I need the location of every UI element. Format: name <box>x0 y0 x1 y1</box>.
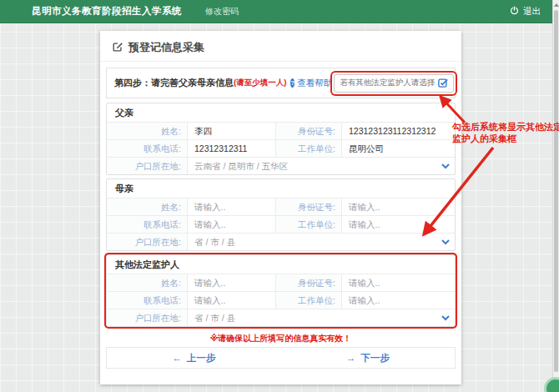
father-address-label: 户口所在地: <box>107 158 188 174</box>
floating-widget-button[interactable] <box>544 377 559 392</box>
guardian-address-select[interactable]: 省 / 市 / 县 <box>188 309 436 326</box>
annotation-tip-text: 勾选后系统将显示其他法定监护人的采集框 <box>452 121 559 144</box>
father-phone-input[interactable]: 12312312311 <box>188 140 276 157</box>
validity-warning: ※请确保以上所填写的信息真实有效！ <box>106 333 456 344</box>
next-step-label: 下一步 <box>360 353 390 363</box>
guardian-address-row: 户口所在地: 省 / 市 / 县 <box>107 309 455 326</box>
father-address-row: 户口所在地: 云南省 / 昆明市 / 五华区 <box>107 157 455 174</box>
guardian-row-2: 联系电话: 请输入.. 工作单位: 请输入.. <box>107 291 455 309</box>
father-section: 父亲 姓名: 李四 身份证号: 123123123112312312 联系电话:… <box>106 103 456 175</box>
mother-work-input[interactable]: 请输入.. <box>342 216 455 233</box>
scrollbar-track[interactable] <box>552 0 559 392</box>
father-id-label: 身份证号: <box>276 123 342 139</box>
guardian-phone-input[interactable]: 请输入.. <box>188 292 276 309</box>
next-step-button[interactable]: →下一步 <box>281 352 456 364</box>
card-title-row: 预登记信息采集 <box>100 31 461 62</box>
father-id-input[interactable]: 123123123112312312 <box>342 123 455 139</box>
guardian-id-label: 身份证号: <box>276 274 342 291</box>
father-name-input[interactable]: 李四 <box>188 123 276 139</box>
other-guardian-section-title: 其他法定监护人 <box>107 255 455 274</box>
view-help-link[interactable]: 查看帮助 <box>297 78 332 89</box>
guardian-work-input[interactable]: 请输入.. <box>342 292 455 309</box>
step-header: 第四步：请完善父亲母亲信息 (请至少填一人) ? 查看帮助 若有其他法定监护人请… <box>106 68 456 98</box>
father-phone-label: 联系电话: <box>107 140 188 157</box>
father-row-2: 联系电话: 12312312311 工作单位: 昆明公司 <box>107 139 455 157</box>
logout-label: 退出 <box>523 6 541 18</box>
father-work-label: 工作单位: <box>276 140 342 157</box>
father-name-label: 姓名: <box>107 123 188 139</box>
mother-address-label: 户口所在地: <box>107 234 188 250</box>
previous-step-label: 上一步 <box>187 353 216 363</box>
mother-id-input[interactable]: 请输入.. <box>342 199 455 215</box>
other-guardian-section: 其他法定监护人 姓名: 请输入.. 身份证号: 请输入.. 联系电话: 请输入.… <box>106 254 456 327</box>
edit-icon <box>112 41 123 55</box>
chevron-down-icon[interactable] <box>436 158 455 174</box>
step-label: 第四步：请完善父亲母亲信息 <box>114 77 234 89</box>
guardian-checkbox-label: 若有其他法定监护人请选择 <box>340 78 435 88</box>
page-title: 预登记信息采集 <box>128 40 204 55</box>
mother-address-row: 户口所在地: 省 / 市 / 县 <box>107 233 455 250</box>
mother-row-1: 姓名: 请输入.. 身份证号: 请输入.. <box>107 198 455 215</box>
scrollbar-up-arrow-icon[interactable] <box>554 3 559 7</box>
guardian-checkbox-highlight: 若有其他法定监护人请选择 <box>332 73 456 94</box>
chevron-down-icon[interactable] <box>436 309 455 326</box>
check-square-icon <box>438 78 448 89</box>
change-password-link[interactable]: 修改密码 <box>205 6 239 18</box>
previous-step-button[interactable]: ←上一步 <box>107 352 281 364</box>
app-title: 昆明市义务教育阶段招生入学系统 <box>32 5 182 18</box>
father-section-title: 父亲 <box>107 103 455 122</box>
mother-section-title: 母亲 <box>107 179 455 198</box>
guardian-address-label: 户口所在地: <box>107 309 188 326</box>
step-note: (请至少填一人) <box>234 78 286 88</box>
chevron-down-icon[interactable] <box>436 234 455 250</box>
mother-name-input[interactable]: 请输入.. <box>188 199 276 215</box>
arrow-right-icon: → <box>346 353 356 363</box>
mother-address-select[interactable]: 省 / 市 / 县 <box>188 234 436 250</box>
mother-row-2: 联系电话: 请输入.. 工作单位: 请输入.. <box>107 215 455 233</box>
scrollbar-thumb[interactable] <box>554 10 558 372</box>
guardian-id-input[interactable]: 请输入.. <box>342 274 455 291</box>
father-address-select[interactable]: 云南省 / 昆明市 / 五华区 <box>188 158 436 174</box>
father-row-1: 姓名: 李四 身份证号: 123123123112312312 <box>107 122 455 139</box>
form-body: 第四步：请完善父亲母亲信息 (请至少填一人) ? 查看帮助 若有其他法定监护人请… <box>100 62 461 369</box>
mother-name-label: 姓名: <box>107 199 188 215</box>
page-header: 昆明市义务教育阶段招生入学系统 修改密码 退出 <box>0 0 552 23</box>
guardian-name-label: 姓名: <box>107 274 188 291</box>
guardian-phone-label: 联系电话: <box>107 292 188 309</box>
power-icon <box>510 6 519 17</box>
logout-button[interactable]: 退出 <box>510 6 541 18</box>
mother-phone-input[interactable]: 请输入.. <box>188 216 276 233</box>
guardian-work-label: 工作单位: <box>276 292 342 309</box>
pre-registration-card: 预登记信息采集 第四步：请完善父亲母亲信息 (请至少填一人) ? 查看帮助 若有… <box>100 31 461 384</box>
father-work-input[interactable]: 昆明公司 <box>342 140 455 157</box>
mother-id-label: 身份证号: <box>276 199 342 215</box>
other-guardian-checkbox[interactable]: 若有其他法定监护人请选择 <box>334 74 454 93</box>
mother-phone-label: 联系电话: <box>107 216 188 233</box>
mother-work-label: 工作单位: <box>276 216 342 233</box>
wizard-nav-row: ←上一步 →下一步 <box>106 347 456 369</box>
guardian-name-input[interactable]: 请输入.. <box>188 274 276 291</box>
help-icon: ? <box>290 78 295 88</box>
guardian-row-1: 姓名: 请输入.. 身份证号: 请输入.. <box>107 274 455 291</box>
arrow-left-icon: ← <box>172 353 182 363</box>
mother-section: 母亲 姓名: 请输入.. 身份证号: 请输入.. 联系电话: 请输入.. 工作单… <box>106 178 456 251</box>
